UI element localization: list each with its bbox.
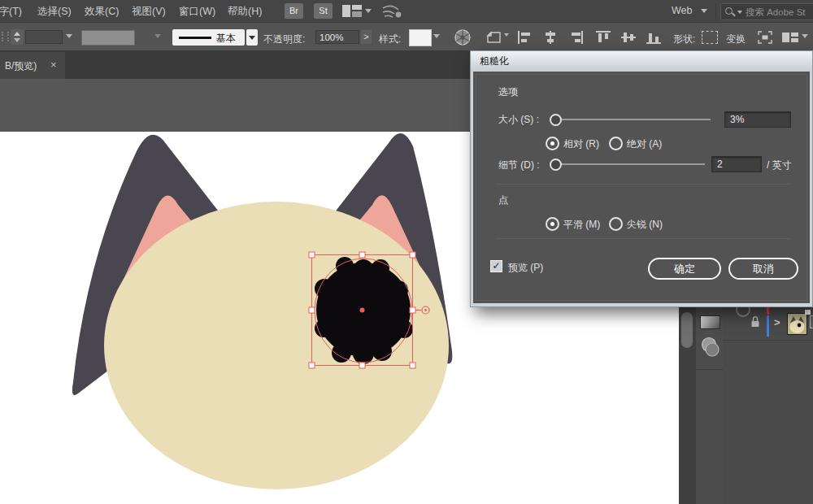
sharp-radio[interactable] — [609, 217, 623, 231]
dialog-body: 选项 大小 (S) : 3% 相对 (R) 绝对 (A) 细节 (D) : 2 … — [473, 72, 810, 303]
align-right-icon[interactable] — [568, 31, 583, 44]
symbols-panel-icon[interactable] — [699, 336, 720, 358]
detail-label: 细节 (D) : — [498, 159, 540, 172]
align-top-icon[interactable] — [596, 31, 611, 44]
sharp-label[interactable]: 尖锐 (N) — [627, 218, 663, 232]
layer-bar-blue — [767, 315, 769, 337]
shape-label[interactable]: 形状: — [673, 33, 695, 46]
menubar-divider — [715, 3, 716, 19]
style-chevron-icon[interactable] — [433, 34, 440, 38]
detail-slider-knob[interactable] — [550, 159, 562, 171]
tab-close-icon[interactable]: × — [50, 59, 57, 71]
workspace-switcher-icon[interactable] — [342, 5, 362, 17]
variable-width-chevron-icon[interactable] — [154, 34, 161, 38]
gradient-panel-icon[interactable] — [700, 315, 720, 329]
layer-row[interactable]: > — [723, 307, 813, 341]
menu-effect[interactable]: 效果(C) — [85, 5, 119, 19]
isolate-selected-icon[interactable] — [758, 31, 772, 44]
brush-definition-chevron[interactable] — [246, 29, 258, 46]
size-slider-track[interactable] — [560, 119, 711, 120]
brush-stroke-preview — [179, 37, 211, 39]
workspace-name[interactable]: Web — [672, 5, 692, 16]
transform-label[interactable]: 变换 — [726, 33, 746, 46]
smooth-label[interactable]: 平滑 (M) — [563, 218, 600, 232]
align-vertical-center-icon[interactable] — [621, 31, 636, 44]
align-bottom-icon[interactable] — [646, 31, 661, 44]
ok-button[interactable]: 确定 — [648, 258, 721, 280]
size-label: 大小 (S) : — [498, 113, 539, 127]
dock-divider — [696, 369, 723, 370]
workspace-chevron-icon[interactable] — [365, 9, 372, 13]
align-left-icon[interactable] — [518, 31, 533, 44]
absolute-label[interactable]: 绝对 (A) — [627, 137, 662, 151]
preview-checkbox[interactable]: ✓ — [490, 260, 502, 272]
workspace-name-chevron-icon[interactable] — [701, 9, 707, 13]
menu-window[interactable]: 窗口(W) — [179, 5, 215, 19]
document-tab[interactable]: B/预览) × — [0, 52, 65, 79]
search-icon-handle — [732, 12, 736, 16]
size-value-field[interactable]: 3% — [724, 111, 791, 128]
cancel-button[interactable]: 取消 — [728, 258, 798, 280]
layer-selection-marker — [805, 310, 811, 315]
stock-button[interactable]: St — [314, 3, 333, 19]
size-slider-knob[interactable] — [550, 114, 562, 126]
arrange-documents-chevron-icon[interactable] — [802, 34, 808, 38]
menu-select[interactable]: 选择(S) — [37, 5, 72, 19]
search-input[interactable]: 搜索 Adobe St — [720, 3, 813, 20]
brush-definition-dropdown[interactable]: 基本 — [172, 29, 245, 46]
opacity-more-button[interactable]: > — [361, 30, 372, 44]
roughen-dialog[interactable]: 粗糙化 选项 大小 (S) : 3% 相对 (R) 绝对 (A) 细节 (D) … — [470, 50, 813, 307]
partial-panel-icon — [736, 307, 750, 317]
detail-slider-track[interactable] — [560, 163, 705, 165]
scrollbar-thumb[interactable] — [681, 312, 693, 348]
relative-label[interactable]: 相对 (R) — [563, 137, 599, 151]
align-horizontal-center-icon[interactable] — [543, 31, 558, 44]
search-scope-chevron-icon — [737, 11, 742, 14]
options-group-label: 选项 — [498, 85, 518, 99]
layer-thumbnail[interactable] — [787, 313, 807, 335]
document-tab-title: B/预览) — [5, 59, 37, 73]
stroke-weight-chevron-icon[interactable] — [66, 34, 72, 38]
relative-radio[interactable] — [546, 137, 559, 150]
illustrator-window: 文字(T) 选择(S) 效果(C) 视图(V) 窗口(W) 帮助(H) Br S… — [0, 0, 813, 504]
arrange-documents-icon[interactable] — [782, 31, 798, 44]
shape-marquee-icon[interactable] — [702, 31, 718, 44]
detail-value-field[interactable]: 2 — [711, 156, 762, 172]
layer-expand-chevron-icon[interactable]: > — [774, 316, 780, 328]
opacity-field[interactable]: 100% — [315, 30, 359, 44]
brush-definition-label: 基本 — [216, 32, 236, 46]
panel-grip[interactable] — [2, 32, 9, 41]
opacity-label[interactable]: 不透明度: — [263, 33, 305, 46]
layer-tick-red — [767, 307, 769, 315]
detail-unit-label: / 英寸 — [767, 159, 792, 172]
selection-center-point[interactable] — [360, 308, 365, 313]
menu-type[interactable]: 文字(T) — [0, 5, 22, 19]
lock-icon[interactable] — [750, 315, 760, 328]
absolute-radio[interactable] — [609, 137, 623, 150]
group-divider-1 — [496, 184, 790, 185]
cat-face — [104, 202, 449, 489]
menu-bar: 文字(T) 选择(S) 效果(C) 视图(V) 窗口(W) 帮助(H) Br S… — [0, 0, 813, 22]
gpu-performance-icon[interactable] — [380, 2, 403, 20]
menu-view[interactable]: 视图(V) — [132, 5, 166, 19]
points-group-label: 点 — [498, 193, 508, 207]
variable-width-swatch[interactable] — [81, 30, 135, 46]
smooth-radio[interactable] — [546, 217, 559, 231]
style-label[interactable]: 样式: — [379, 33, 401, 46]
recolor-artwork-icon[interactable] — [454, 28, 472, 46]
preview-label[interactable]: 预览 (P) — [508, 261, 543, 275]
style-swatch[interactable] — [409, 29, 432, 46]
partial-page-icon — [810, 315, 813, 328]
menu-help[interactable]: 帮助(H) — [228, 5, 262, 19]
search-placeholder: 搜索 Adobe St — [746, 7, 806, 19]
dialog-title-bar[interactable]: 粗糙化 — [471, 51, 812, 72]
document-setup-chevron-icon[interactable] — [504, 33, 509, 37]
document-setup-icon[interactable] — [486, 30, 502, 45]
stroke-weight-stepper[interactable] — [11, 29, 24, 45]
control-bar: 基本 不透明度: 100% > 样式: — [0, 22, 813, 51]
bridge-button[interactable]: Br — [285, 3, 303, 19]
stroke-weight-field[interactable] — [25, 30, 63, 44]
group-divider-2b — [496, 238, 790, 239]
